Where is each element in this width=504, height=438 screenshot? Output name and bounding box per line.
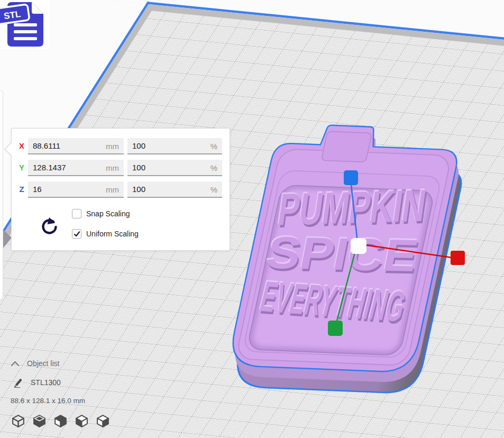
snap-scaling-checkbox[interactable] bbox=[72, 209, 81, 218]
uniform-scaling-label: Uniform Scaling bbox=[86, 230, 139, 238]
scale-x-percent-input[interactable] bbox=[127, 138, 222, 154]
viewport-3d[interactable]: PUMPKIN PUMPKIN PUMPKIN SPICE SPICE SPIC… bbox=[0, 0, 504, 438]
scale-y-mm-input[interactable] bbox=[28, 160, 124, 176]
model-tab-pocket bbox=[322, 131, 372, 162]
scale-y-percent-input[interactable] bbox=[127, 160, 222, 176]
document-line bbox=[14, 37, 37, 40]
axis-label-z: Z bbox=[16, 185, 27, 194]
snap-scaling-label: Snap Scaling bbox=[86, 209, 130, 218]
model-pumpkin-spice-mold[interactable]: PUMPKIN PUMPKIN PUMPKIN SPICE SPICE SPIC… bbox=[223, 123, 473, 394]
object-item-name: STL1300 bbox=[31, 378, 61, 387]
stl-file-icon[interactable]: STL bbox=[0, 0, 50, 49]
snap-scaling-option[interactable]: Snap Scaling bbox=[72, 209, 130, 218]
scale-handle-x[interactable] bbox=[451, 251, 465, 265]
object-list-item[interactable]: STL1300 bbox=[13, 377, 61, 388]
reset-scale-button[interactable] bbox=[38, 216, 59, 238]
object-list-header[interactable]: Object list bbox=[11, 359, 59, 368]
cutting-mesh-icon[interactable] bbox=[75, 414, 89, 428]
axis-label-y: Y bbox=[16, 163, 27, 172]
scale-x-mm-input[interactable] bbox=[28, 138, 124, 154]
pencil-icon bbox=[13, 377, 23, 388]
scale-handle-y[interactable] bbox=[328, 321, 343, 336]
stl-badge: STL bbox=[0, 4, 30, 24]
object-list-panel: Object list STL1300 88.6 x 128.1 x 16.0 … bbox=[0, 354, 138, 438]
support-mesh-icon[interactable] bbox=[32, 414, 47, 428]
object-list-title: Object list bbox=[27, 359, 59, 368]
document-line bbox=[14, 23, 37, 26]
scale-row-z: Z mm % bbox=[12, 181, 230, 198]
document-fold bbox=[32, 2, 43, 14]
mesh-type-toolbar bbox=[11, 414, 110, 428]
anti-overhang-mesh-icon[interactable] bbox=[96, 414, 110, 428]
axis-label-x: X bbox=[16, 141, 27, 150]
scale-z-percent-input[interactable] bbox=[127, 181, 222, 198]
reset-icon bbox=[39, 230, 59, 238]
scale-row-x: X mm % bbox=[12, 138, 230, 154]
scale-tool-panel: X mm % Y mm % Z mm % Snap Scaling bbox=[11, 128, 230, 251]
scale-z-mm-input[interactable] bbox=[28, 181, 124, 198]
checkmark-icon bbox=[74, 231, 80, 238]
scale-handle-center[interactable] bbox=[351, 238, 366, 254]
infill-mesh-icon[interactable] bbox=[53, 414, 68, 428]
scale-row-y: Y mm % bbox=[12, 160, 230, 176]
uniform-scaling-checkbox[interactable] bbox=[72, 229, 81, 239]
chevron-up-icon bbox=[11, 361, 20, 367]
document-line bbox=[14, 30, 37, 33]
scale-handle-z[interactable] bbox=[344, 170, 358, 185]
uniform-scaling-option[interactable]: Uniform Scaling bbox=[72, 229, 139, 239]
tool-panel-edge bbox=[0, 90, 3, 300]
normal-mesh-icon[interactable] bbox=[11, 414, 25, 428]
object-dimensions: 88.6 x 128.1 x 16.0 mm bbox=[11, 397, 85, 405]
